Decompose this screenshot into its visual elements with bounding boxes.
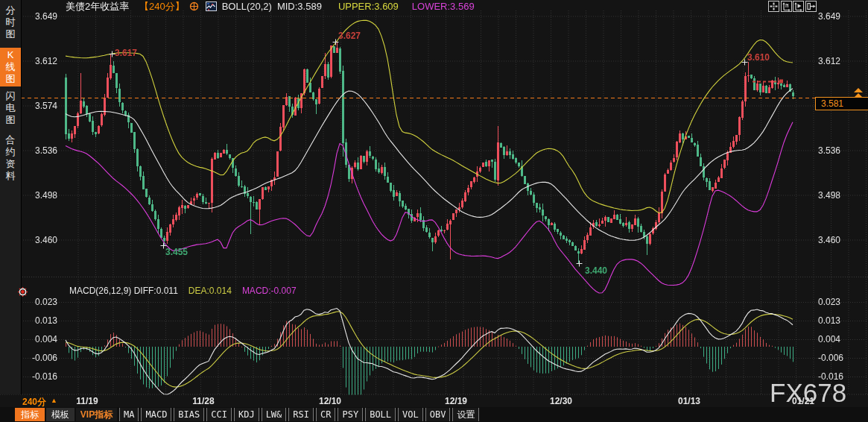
annotation-low: 3.455 [165, 247, 188, 257]
toolbar-boll-button[interactable]: BOLL [365, 408, 396, 421]
macd-dea: DEA:0.014 [189, 286, 232, 296]
pan-icon[interactable] [768, 1, 779, 12]
period-badge: 【240分】 [139, 0, 185, 13]
price-label-right: 3.536 [818, 145, 851, 156]
toolbar-vol-button[interactable]: VOL [398, 408, 423, 421]
toolbar-ma-button[interactable]: MA [119, 408, 139, 421]
indicator-settings-icon[interactable] [18, 287, 28, 297]
macd-params-diff: MACD(26,12,9) DIFF:0.011 [69, 286, 178, 296]
toolbar-lw-button[interactable]: LW& [262, 408, 287, 421]
sidebar-item-kline-chart[interactable]: K线图 [0, 48, 21, 86]
toolbar-indicator-button[interactable]: 指标 [15, 408, 45, 421]
annotation-high: 3.610 [747, 52, 770, 63]
macd-label-left: -0.016 [25, 371, 57, 382]
last-price-tag: 3.581 [815, 97, 868, 110]
annotation-high: 3.617 [115, 48, 137, 58]
price-label-left: 3.574 [25, 101, 57, 111]
price-label-right: 3.498 [818, 190, 851, 201]
sidebar-item-time-chart[interactable]: 分时图 [0, 3, 21, 42]
annotation-high: 3.627 [338, 31, 361, 41]
macd-label-right: -0.006 [818, 353, 851, 363]
date-tick: 12/10 [314, 396, 346, 406]
price-up-arrow-icon [854, 93, 863, 98]
macd-header: MACD(26,12,9) DIFF:0.011 DEA:0.014 MACD:… [69, 286, 297, 296]
sidebar-item-flash-chart[interactable]: 闪电图 [0, 89, 21, 127]
macd-label-left: 0.004 [25, 334, 57, 344]
macd-label-right: 0.023 [818, 297, 851, 307]
toolbar-cr-button[interactable]: CR [316, 408, 335, 421]
toolbar-psy-button[interactable]: PSY [338, 408, 363, 421]
date-tick: 11/28 [187, 396, 220, 406]
title-bar: 美债2年收益率 【240分】 BOLL(20,2) MID:3.589 UPPE… [66, 1, 475, 12]
date-tick: 01/13 [673, 396, 706, 406]
date-tick: 12/30 [545, 396, 577, 406]
price-label-left: 3.612 [25, 56, 57, 66]
boll-upper: UPPER:3.609 [338, 1, 399, 12]
price-label-right: 3.649 [818, 11, 851, 22]
macd-label-right: 0.013 [818, 315, 851, 326]
price-label-left: 3.460 [25, 235, 57, 245]
exit-right-icon[interactable] [805, 1, 817, 12]
toolbar-kdj-button[interactable]: KDJ [234, 408, 259, 421]
toolbar-vip-indicator-button[interactable]: VIP指标 [76, 408, 117, 421]
price-label-left: 3.536 [25, 145, 57, 156]
toolbar-macd-button[interactable]: MACD [141, 408, 171, 421]
toolbar-settings-button[interactable]: 设置 [452, 408, 479, 421]
crosshair-icon[interactable] [189, 1, 199, 11]
symbol-title: 美债2年收益率 [66, 0, 138, 13]
macd-label-left: -0.006 [25, 353, 57, 363]
mini-kline-icon[interactable] [206, 1, 217, 11]
toolbar-bias-button[interactable]: BIAS [174, 408, 204, 421]
date-tick: 12/19 [440, 396, 472, 406]
toolbar-obv-button[interactable]: OBV [425, 408, 451, 421]
toolbar-template-button[interactable]: 模板 [46, 408, 75, 421]
price-label-left: 3.498 [25, 190, 57, 201]
boll-mid: MID:3.589 [277, 1, 322, 12]
toolbar-cci-button[interactable]: CCI [206, 408, 232, 421]
date-tick: 11/19 [71, 396, 104, 406]
play-axis-icon[interactable] [793, 1, 804, 12]
price-label-left: 3.649 [25, 11, 57, 22]
price-label-right: 3.612 [818, 56, 851, 66]
toolbar-rsi-button[interactable]: RSI [288, 408, 314, 421]
candlestick-chart-canvas[interactable] [0, 0, 868, 422]
annotation-low: 3.440 [585, 265, 607, 276]
bottom-toolbar: 指标 模板 VIP指标 MA MACD BIAS CCI KDJ LW& RSI… [0, 407, 868, 422]
sidebar-item-contract-info[interactable]: 合约资料 [0, 133, 21, 183]
price-label-right: 3.460 [818, 235, 851, 245]
macd-label-left: 0.023 [25, 297, 57, 307]
fx678-watermark: FX678 [770, 378, 846, 408]
period-up-arrow-icon[interactable]: ▲ [51, 397, 57, 404]
macd-label-left: 0.013 [25, 315, 57, 326]
kline-app: 分时图 K线图 闪电图 合约资料 美债2年收益率 【240分】 BOLL(20,… [0, 0, 868, 422]
boll-lower: LOWER:3.569 [412, 1, 475, 12]
fit-y-axis-icon[interactable] [781, 1, 792, 12]
macd-value: MACD:-0.007 [242, 286, 297, 296]
price-up-arrow-icon [854, 88, 863, 92]
macd-label-right: 0.004 [818, 334, 851, 344]
boll-label: BOLL(20,2) [222, 1, 272, 12]
time-axis: 240分 ▲ 11/19 11/28 12/10 12/19 12/30 01/… [0, 394, 868, 407]
sidebar: 分时图 K线图 闪电图 合约资料 [0, 0, 22, 394]
